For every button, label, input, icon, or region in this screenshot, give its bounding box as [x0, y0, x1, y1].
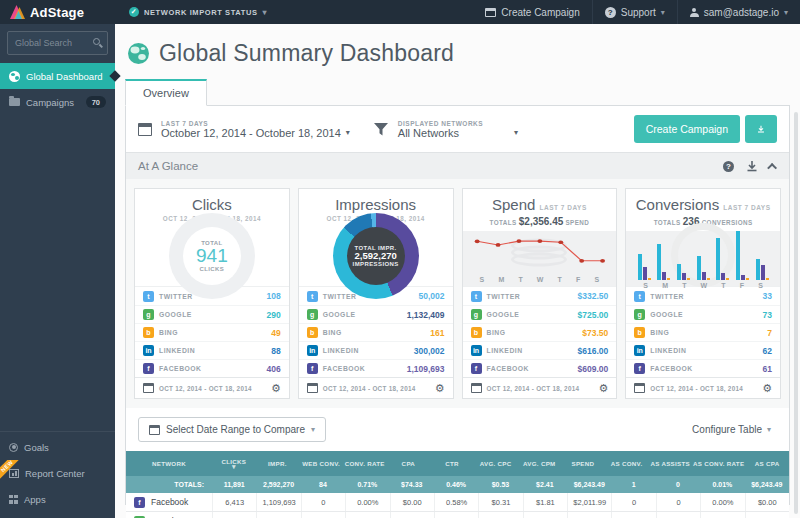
search-icon	[93, 38, 100, 45]
campaigns-count-badge: 70	[86, 96, 106, 108]
help-icon[interactable]: ?	[723, 161, 734, 172]
download-icon[interactable]	[746, 160, 758, 172]
spend-network-list: tTWITTER$332.50gGOOGLE$725.00bBING$73.50…	[463, 286, 617, 377]
date-range-selector[interactable]: LAST 7 DAYS October 12, 2014 - October 1…	[161, 120, 350, 139]
network-label: LINKEDIN	[487, 347, 523, 354]
bar-secondary	[682, 273, 686, 280]
gear-icon[interactable]: ⚙	[435, 383, 445, 394]
calendar-icon	[471, 383, 482, 393]
column-header-avg-cpc[interactable]: AVG. CPC	[474, 456, 518, 471]
column-header-web-conv-[interactable]: WEB CONV.	[299, 456, 343, 471]
sidebar-item-global-dashboard[interactable]: Global Dashboard	[0, 63, 115, 89]
column-header-as-conv-[interactable]: AS CONV.	[605, 456, 649, 471]
page-title: Global Summary Dashboard	[159, 40, 454, 67]
configure-table-button[interactable]: Configure Table ▾	[686, 420, 777, 439]
page-header: Global Summary Dashboard	[127, 40, 800, 67]
network-label: TWITTER	[487, 293, 521, 300]
network-row-bing: bBING49	[135, 323, 289, 341]
table-cell: 0	[656, 493, 700, 511]
column-header-clicks[interactable]: CLICKS▾	[212, 454, 256, 473]
glance-title: At A Glance	[138, 160, 198, 172]
metrics-table: NETWORKCLICKS▾IMPR.WEB CONV.CONV. RATECP…	[126, 451, 789, 518]
sidebar-item-goals[interactable]: Goals	[0, 434, 115, 460]
bar-primary	[716, 238, 720, 280]
report-icon	[9, 469, 19, 478]
sidebar-item-campaigns[interactable]: Campaigns 70	[0, 89, 115, 115]
conversions-bar-chart: SMTWTFS	[626, 231, 780, 286]
sort-caret-icon: ▾	[213, 465, 255, 469]
network-value: 300,002	[414, 346, 445, 356]
displayed-networks-selector[interactable]: DISPLAYED NETWORKS All Networks▾	[398, 120, 518, 139]
globe-icon	[9, 71, 20, 82]
sidebar-item-report-center[interactable]: NEW Report Center	[0, 460, 115, 486]
table-cell: 1,109,693	[256, 493, 300, 511]
create-campaign-link[interactable]: Create Campaign	[473, 0, 591, 24]
gear-icon[interactable]: ⚙	[271, 383, 281, 394]
network-label: LINKEDIN	[323, 347, 359, 354]
bar-group-7	[756, 259, 769, 280]
table-cell: $0.00	[390, 493, 434, 511]
support-menu[interactable]: ? Support ▾	[592, 0, 677, 24]
network-row-google: gGOOGLE$725.00	[463, 305, 617, 323]
table-cell: 0.43%	[434, 512, 478, 518]
linkedin-icon: in	[471, 345, 482, 356]
bar-minor	[707, 278, 710, 280]
network-value: $332.50	[578, 291, 609, 301]
google-icon: g	[143, 309, 154, 320]
card-title: Impressions	[299, 189, 453, 213]
dashboard-panel: LAST 7 DAYS October 12, 2014 - October 1…	[125, 105, 790, 505]
network-label: GOOGLE	[323, 311, 356, 318]
column-header-ctr[interactable]: CTR	[430, 456, 474, 471]
network-value: 1,109,693	[407, 364, 445, 374]
network-row-linkedin: inLINKEDIN88	[135, 341, 289, 359]
column-header-as-assists[interactable]: AS ASSISTS	[648, 456, 692, 471]
network-value: 33	[763, 291, 772, 301]
network-label: LINKEDIN	[650, 347, 686, 354]
table-cell: 0.58%	[434, 493, 478, 511]
compare-date-range-button[interactable]: Select Date Range to Compare ▾	[138, 417, 326, 442]
account-menu[interactable]: sam@adstage.io ▾	[677, 0, 800, 24]
network-row-facebook: fFACEBOOK406	[135, 359, 289, 377]
column-header-spend[interactable]: SPEND	[561, 456, 605, 471]
calendar-icon	[138, 123, 152, 136]
spend-totals: TOTALS $2,356.45 SPEND	[463, 216, 617, 227]
totals-cell: $2.41	[523, 481, 567, 488]
table-cell: $1.81	[523, 493, 567, 511]
totals-cell: 0.46%	[434, 481, 478, 488]
day-label: W	[701, 282, 708, 289]
calendar-icon	[149, 425, 160, 435]
conversions-day-labels: SMTWTFS	[626, 282, 780, 292]
network-import-status[interactable]: ✓ NETWORK IMPORT STATUS ▾	[129, 7, 267, 17]
column-header-avg-cpm[interactable]: AVG. CPM	[517, 456, 561, 471]
sidebar-item-apps[interactable]: Apps	[0, 486, 115, 512]
network-value: 290	[267, 310, 281, 320]
globe-icon	[127, 42, 150, 65]
scrollbar[interactable]	[794, 112, 798, 514]
adstage-logo[interactable]: AdStage	[0, 5, 115, 20]
glance-cards: Clicks OCT 12, 2014 - OCT 18, 2014 TOTAL…	[126, 179, 789, 408]
network-row-linkedin: inLINKEDIN300,002	[299, 341, 453, 359]
column-header-as-cpa[interactable]: AS CPA	[745, 456, 789, 471]
gear-icon[interactable]: ⚙	[762, 383, 772, 394]
gear-icon[interactable]: ⚙	[598, 383, 608, 394]
column-header-impr-[interactable]: IMPR.	[256, 456, 300, 471]
network-value: 7	[767, 328, 772, 338]
column-header-conv-rate[interactable]: CONV. RATE	[343, 456, 387, 471]
create-campaign-button[interactable]: Create Campaign	[634, 115, 740, 143]
bar-minor	[687, 278, 690, 280]
bing-icon: b	[307, 327, 318, 338]
column-header-as-conv-rate[interactable]: AS CONV. RATE	[692, 456, 745, 471]
column-header-network[interactable]: NETWORK	[126, 456, 212, 471]
totals-cell: $74.33	[390, 481, 434, 488]
network-value: 88	[271, 346, 280, 356]
conversions-network-list: tTWITTER33gGOOGLE73bBING7inLINKEDIN62fFA…	[626, 286, 780, 377]
table-cell: 4,884	[212, 512, 256, 518]
network-row-google: gGOOGLE290	[135, 305, 289, 323]
collapse-icon[interactable]	[767, 162, 777, 172]
export-button[interactable]	[745, 115, 777, 143]
impressions-donut-chart: TOTAL IMPR. 2,592,270 IMPRESSIONS	[299, 226, 453, 286]
table-toolbar: Select Date Range to Compare ▾ Configure…	[126, 408, 789, 451]
filter-actions: Create Campaign	[634, 115, 777, 143]
tab-overview[interactable]: Overview	[125, 79, 207, 106]
column-header-cpa[interactable]: CPA	[387, 456, 431, 471]
